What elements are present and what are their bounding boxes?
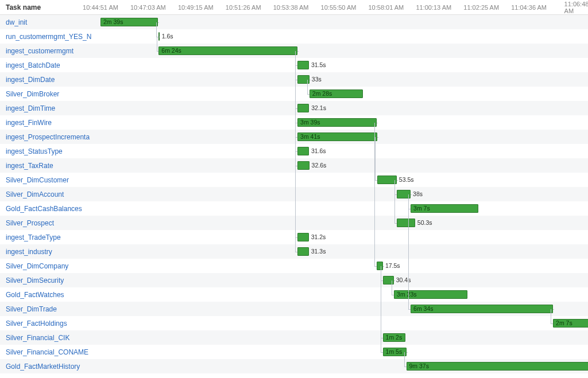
task-duration-label: 30.4s [395,275,411,285]
gantt-cell: 3m 7s [100,201,588,216]
task-bar[interactable] [383,276,394,285]
task-duration-label: 6m 34s [412,304,433,314]
task-duration-label: 31.2s [310,232,326,242]
task-duration-label: 31.5s [310,60,326,70]
time-tick: 10:47:03 AM [130,4,166,11]
task-row: Silver_DimCompany17.5s [0,259,588,273]
task-name-link[interactable]: ingest_FinWire [0,119,100,127]
task-row: Silver_Financial_CONAME1m 5s [0,345,588,359]
gantt-cell: 30.4s [100,273,588,287]
task-name-link[interactable]: Silver_DimSecurity [0,276,100,285]
task-row: Silver_Financial_CIK1m 2s [0,330,588,345]
task-name-link[interactable]: ingest_DimDate [0,76,100,84]
task-name-link[interactable]: Gold_FactCashBalances [0,205,100,213]
gantt-cell: 9m 37s [100,359,588,373]
gantt-cell: 53.5s [100,173,588,187]
task-row: Gold_FactWatches3m 23s [0,287,588,302]
gantt-cell: 6m 24s [100,44,588,58]
task-row: ingest_DimTime32.1s [0,101,588,115]
task-name-link[interactable]: Silver_Prospect [0,219,100,227]
task-name-link[interactable]: Gold_FactWatches [0,291,100,299]
task-name-link[interactable]: Silver_Financial_CONAME [0,348,100,356]
task-name-link[interactable]: ingest_industry [0,248,100,256]
gantt-cell: 3m 39s [100,115,588,130]
task-name-link[interactable]: Silver_DimCustomer [0,176,100,184]
gantt-cell: 31.5s [100,58,588,72]
task-duration-label: 31.6s [310,146,326,156]
task-name-link[interactable]: ingest_customermgmt [0,47,100,55]
task-row: ingest_industry31.3s [0,244,588,259]
gantt-cell: 32.6s [100,158,588,173]
gantt-cell: 6m 34s [100,302,588,316]
task-duration-label: 3m 39s [299,118,320,127]
task-row: Silver_DimAccount38s [0,187,588,201]
task-name-link[interactable]: ingest_TaxRate [0,162,100,170]
task-duration-label: 1.6s [161,32,173,41]
task-bar[interactable] [158,32,160,41]
task-name-link[interactable]: ingest_StatusType [0,147,100,155]
task-name-link[interactable]: Silver_DimCompany [0,262,100,270]
task-row: ingest_BatchDate31.5s [0,58,588,72]
task-duration-label: 3m 23s [395,290,416,299]
task-name-link[interactable]: Silver_FactHoldings [0,319,100,328]
time-tick: 10:51:26 AM [226,4,261,11]
task-bar[interactable] [297,233,309,241]
time-tick: 10:49:15 AM [178,4,214,11]
time-tick: 11:04:36 AM [511,4,547,11]
task-bar[interactable] [397,190,411,198]
task-duration-label: 38s [412,189,423,199]
gantt-cell: 31.6s [100,144,588,158]
gantt-cell: 1m 5s [100,345,588,359]
task-name-link[interactable]: Silver_DimTrade [0,305,100,313]
task-row: ingest_TradeType31.2s [0,230,588,244]
task-row: ingest_DimDate33s [0,72,588,87]
time-tick: 10:53:38 AM [273,4,309,11]
gantt-cell: 50.3s [100,216,588,230]
task-row: Gold_FactMarketHistory9m 37s [0,359,588,373]
task-row: Silver_FactHoldings2m 7s [0,316,588,330]
task-name-link[interactable]: ingest_BatchDate [0,61,100,69]
time-tick: 11:00:13 AM [416,4,451,11]
task-name-link[interactable]: Gold_FactMarketHistory [0,363,100,371]
time-axis: 10:44:51 AM10:47:03 AM10:49:15 AM10:51:2… [100,0,588,15]
task-bar[interactable] [407,362,588,371]
task-bar[interactable] [297,61,309,69]
gantt-cell: 31.3s [100,244,588,259]
gantt-cell: 1.6s [100,29,588,44]
time-tick: 11:06:48 AM [564,1,588,14]
task-duration-label: 2m 28s [311,89,332,99]
task-row: ingest_FinWire3m 39s [0,115,588,130]
gantt-cell: 31.2s [100,230,588,244]
task-row: ingest_customermgmt6m 24s [0,44,588,58]
task-duration-label: 2m 7s [554,318,572,328]
task-duration-label: 3m 41s [299,132,320,142]
task-duration-label: 9m 37s [408,361,429,371]
gantt-cell: 38s [100,187,588,201]
task-bar[interactable] [297,104,309,112]
gantt-cell: 1m 2s [100,330,588,345]
gantt-cell: 33s [100,72,588,87]
task-name-link[interactable]: ingest_TradeType [0,233,100,241]
task-name-link[interactable]: Silver_Financial_CIK [0,334,100,342]
gantt-cell: 32.1s [100,101,588,115]
task-name-link[interactable]: dw_init [0,18,100,26]
task-duration-label: 1m 5s [384,347,403,357]
task-row: Silver_DimBroker2m 28s [0,87,588,101]
task-bar[interactable] [397,219,415,227]
task-name-link[interactable]: run_customermgmt_YES_N [0,33,100,41]
task-bar[interactable] [297,247,309,256]
task-bar[interactable] [297,75,310,84]
task-duration-label: 1m 2s [384,333,403,342]
task-name-link[interactable]: ingest_DimTime [0,104,100,112]
task-name-link[interactable]: Silver_DimBroker [0,90,100,98]
task-name-link[interactable]: ingest_ProspectIncrementa [0,133,100,141]
gantt-cell: 3m 41s [100,130,588,144]
task-duration-label: 53.5s [398,175,414,185]
task-row: ingest_ProspectIncrementa3m 41s [0,130,588,144]
task-bar[interactable] [297,147,309,155]
task-bar[interactable] [377,262,383,270]
task-bar[interactable] [377,176,397,184]
task-bar[interactable] [297,161,310,170]
gantt-cell: 17.5s [100,259,588,273]
task-name-link[interactable]: Silver_DimAccount [0,190,100,198]
